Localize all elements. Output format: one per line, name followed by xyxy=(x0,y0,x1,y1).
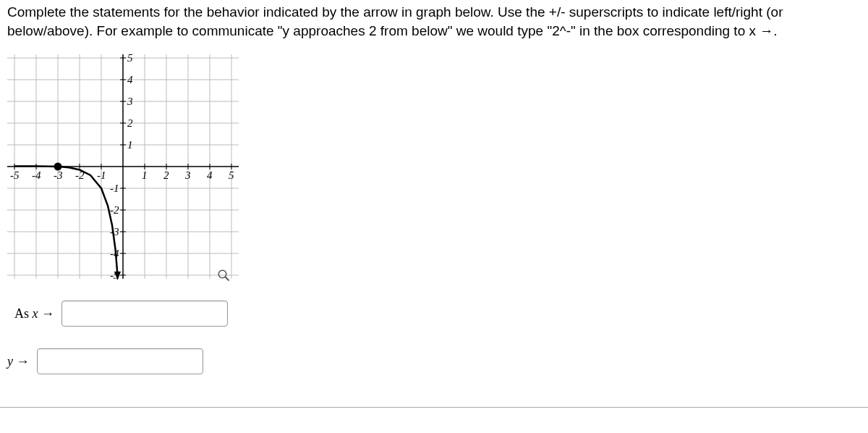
svg-text:4: 4 xyxy=(127,74,133,85)
y-approaches-label: y → xyxy=(7,354,30,369)
y-input-row: y → xyxy=(7,348,861,374)
svg-text:-5: -5 xyxy=(10,169,20,181)
instructions-text: Complete the statements for the behavior… xyxy=(0,0,796,47)
magnifier-icon[interactable] xyxy=(217,269,230,282)
y-approaches-input[interactable] xyxy=(37,348,203,374)
svg-text:3: 3 xyxy=(127,96,133,107)
svg-text:-2: -2 xyxy=(110,204,119,216)
svg-text:1: 1 xyxy=(127,139,133,151)
coordinate-grid: -5 -4 -3 -2 -1 1 2 3 4 5 5 4 3 2 1 -1 -2… xyxy=(7,54,253,286)
svg-text:5: 5 xyxy=(229,169,234,181)
x-approaches-input[interactable] xyxy=(61,300,228,327)
svg-text:2: 2 xyxy=(127,117,133,129)
svg-line-63 xyxy=(225,277,229,281)
svg-text:-3: -3 xyxy=(54,169,63,181)
solid-point xyxy=(54,163,62,171)
svg-text:5: 5 xyxy=(127,54,133,64)
x-input-row: As x → xyxy=(14,300,861,327)
svg-text:2: 2 xyxy=(163,169,169,181)
svg-text:-1: -1 xyxy=(110,182,119,194)
svg-text:3: 3 xyxy=(184,169,191,181)
x-approaches-label: As x → xyxy=(14,306,54,321)
function-curve xyxy=(14,167,118,276)
svg-text:-4: -4 xyxy=(32,169,41,181)
svg-text:1: 1 xyxy=(142,169,148,181)
svg-text:-1: -1 xyxy=(97,169,106,181)
svg-text:4: 4 xyxy=(207,169,213,181)
bottom-divider xyxy=(0,407,868,408)
graph-plot: -5 -4 -3 -2 -1 1 2 3 4 5 5 4 3 2 1 -1 -2… xyxy=(7,54,253,286)
svg-point-62 xyxy=(218,271,226,279)
